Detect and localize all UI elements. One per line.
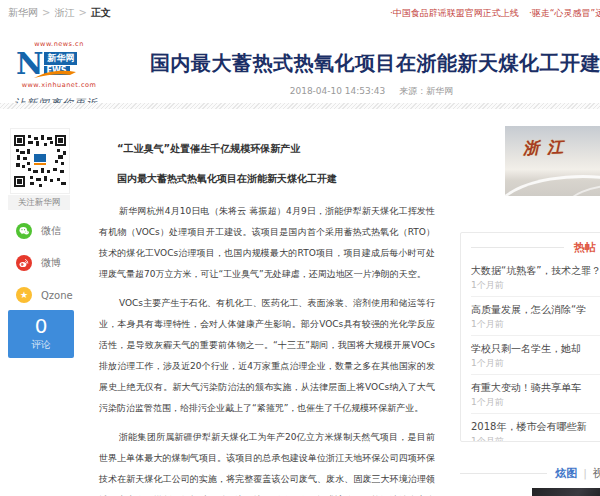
article-paragraph: 浙能集团所属新疆伊犁新天煤化工为年产20亿立方米煤制天然气项目，是目前世界上单体… [99, 427, 435, 496]
share-weibo-button[interactable]: 微博 [16, 254, 61, 272]
hot-post-item[interactable]: 有重大变动！骑共享单车 1个月前 [471, 375, 600, 414]
logo-swoosh-icon [32, 67, 78, 81]
weibo-icon [16, 255, 32, 271]
logo-url-bottom: www.xinhuanet.com [14, 81, 104, 89]
breadcrumb-zhejiang[interactable]: 浙江 [54, 7, 74, 18]
breadcrumb-home[interactable]: 新华网 [8, 7, 38, 18]
hot-post-time: 1个月前 [471, 434, 600, 442]
qr-caption: 关注新华网 [8, 195, 70, 210]
hot-posts-panel: 热帖 大数据“坑熟客”，技术之罪？ 1个月前 高质量发展，怎么消除“学 1个月前… [460, 232, 600, 442]
qr-code [10, 128, 70, 194]
tab-separator: | [583, 467, 587, 480]
share-qzone-button[interactable]: ★ Qzone [16, 286, 73, 304]
page: 新华网>浙江>正文 ·中国食品辟谣联盟官网正式上线·驱走“心灵感冒”远离抑郁焦虑… [0, 0, 600, 496]
share-qzone-label: Qzone [41, 290, 73, 301]
source-label: 来源： [399, 86, 426, 96]
top-news-link[interactable]: ·驱走“心灵感冒”远离抑郁焦虑 [529, 8, 600, 18]
article-paragraph: VOCs主要产生于石化、有机化工、医药化工、表面涂装、溶剂使用和储运等行业，本身… [99, 293, 435, 419]
hatched-divider [0, 103, 600, 109]
comment-label: 评论 [8, 338, 74, 351]
hot-post-title: 2018年，楼市会有哪些新 [471, 419, 600, 434]
hot-post-title: 学校只剩一名学生，她却 [471, 341, 600, 356]
hot-post-item[interactable]: 高质量发展，怎么消除“学 1个月前 [471, 297, 600, 336]
breadcrumb-separator: > [42, 7, 50, 18]
wechat-icon [16, 223, 32, 239]
article-subtitle-2: 国内最大蓄热式热氧化项目在浙能新天煤化工开建 [99, 171, 435, 186]
hot-posts-title: 热帖 [574, 240, 596, 255]
tab-gallery[interactable]: 炫图 [555, 467, 577, 480]
logo-cn-text: 新华网 [44, 52, 77, 65]
hot-post-title: 高质量发展，怎么消除“学 [471, 302, 600, 317]
xinhuanet-logo[interactable]: www.news.cn N 新华网 EWS www.xinhuanet.com … [14, 40, 104, 111]
gallery-thumbnail-image[interactable] [532, 488, 600, 496]
gallery-panel: 炫图|视频 [460, 455, 600, 496]
hot-post-time: 1个月前 [471, 356, 600, 370]
banner-calligraphy-text: 浙江 [523, 137, 572, 160]
hot-post-title: 有重大变动！骑共享单车 [471, 380, 600, 395]
article-paragraph: 新华网杭州4月10日电（朱将云 蒋振超）4月9日，浙能伊犁新天煤化工挥发性有机物… [99, 201, 435, 285]
qr-code-image [14, 135, 66, 187]
breadcrumb: 新华网>浙江>正文 [8, 6, 111, 20]
top-news-link[interactable]: ·中国食品辟谣联盟官网正式上线 [390, 8, 519, 18]
hot-posts-header: 热帖 [471, 236, 600, 258]
tab-video[interactable]: 视频 [593, 467, 600, 480]
comment-count: 0 [8, 314, 74, 338]
hot-post-item[interactable]: 大数据“坑熟客”，技术之罪？ 1个月前 [471, 258, 600, 297]
header-rule [471, 247, 564, 248]
zhejiang-banner-image[interactable]: 浙江 [505, 126, 600, 196]
share-wechat-label: 微信 [41, 224, 61, 238]
hot-post-title: 大数据“坑熟客”，技术之罪？ [471, 263, 600, 278]
logo-mark: N 新华网 EWS [16, 49, 104, 81]
hot-post-item[interactable]: 2018年，楼市会有哪些新 1个月前 [471, 414, 600, 442]
qzone-star-icon: ★ [16, 287, 32, 303]
hot-post-time: 1个月前 [471, 278, 600, 292]
share-wechat-button[interactable]: 微信 [16, 222, 61, 240]
breadcrumb-current: 正文 [91, 7, 111, 18]
hot-post-item[interactable]: 学校只剩一名学生，她却 1个月前 [471, 336, 600, 375]
publish-time: 2018-04-10 14:53:43 [290, 86, 386, 96]
breadcrumb-separator: > [78, 7, 86, 18]
share-weibo-label: 微博 [41, 256, 61, 270]
gallery-header: 炫图|视频 [460, 465, 600, 481]
article-subtitle-1: “工业臭气”处置催生千亿规模环保新产业 [99, 141, 435, 156]
hot-post-time: 1个月前 [471, 317, 600, 331]
top-news-links: ·中国食品辟谣联盟官网正式上线·驱走“心灵感冒”远离抑郁焦虑 [390, 7, 600, 20]
hot-post-time: 1个月前 [471, 395, 600, 409]
article-body: “工业臭气”处置催生千亿规模环保新产业 国内最大蓄热式热氧化项目在浙能新天煤化工… [99, 141, 435, 496]
page-title: 国内最大蓄热式热氧化项目在浙能新天煤化工开建 [150, 50, 600, 77]
source-name[interactable]: 新华网 [426, 86, 453, 96]
dateline: 2018-04-10 14:53:43来源：新华网 [150, 85, 593, 98]
comment-count-button[interactable]: 0 评论 [8, 310, 74, 358]
header-rule [460, 473, 547, 474]
